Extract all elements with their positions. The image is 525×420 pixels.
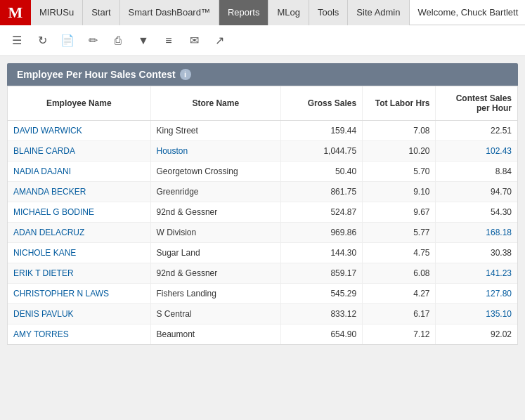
contest-sales-value: 168.18 bbox=[436, 223, 517, 243]
logo: M bbox=[0, 0, 31, 25]
table-row: ERIK T DIETER92nd & Gessner859.176.08141… bbox=[8, 263, 517, 284]
contest-sales-value: 94.70 bbox=[436, 182, 517, 202]
document-button[interactable]: 📄 bbox=[58, 31, 77, 51]
contest-sales-value: 102.43 bbox=[436, 141, 517, 162]
gross-sales-value: 144.30 bbox=[281, 243, 363, 263]
employee-name[interactable]: NICHOLE KANE bbox=[13, 248, 76, 258]
table-row: MICHAEL G BODINE92nd & Gessner524.879.67… bbox=[8, 202, 517, 223]
gross-sales-value: 545.29 bbox=[281, 284, 363, 304]
table-row: DAVID WARWICKKing Street159.447.0822.51 bbox=[8, 121, 517, 141]
nav-item-tools[interactable]: Tools bbox=[309, 0, 348, 25]
nav-item-mlog[interactable]: MLog bbox=[268, 0, 309, 25]
table-row: AMY TORRESBeaumont654.907.1292.02 bbox=[8, 324, 517, 345]
logo-text: M bbox=[8, 4, 23, 22]
nav-item-reports[interactable]: Reports bbox=[219, 0, 269, 25]
nav-item-start[interactable]: Start bbox=[83, 0, 119, 25]
edit-button[interactable]: ✏ bbox=[83, 31, 103, 51]
nav-item-smart-dashboard-[interactable]: Smart DashBoard™ bbox=[120, 0, 219, 25]
store-name: W Division bbox=[157, 228, 197, 237]
report-table: Employee Name Store Name Gross Sales Tot… bbox=[8, 86, 517, 344]
refresh-button[interactable]: ↻ bbox=[32, 31, 52, 51]
gross-sales-value: 969.86 bbox=[281, 223, 363, 243]
employee-name[interactable]: DAVID WARWICK bbox=[13, 126, 82, 136]
store-name: S Central bbox=[157, 309, 192, 319]
employee-name[interactable]: BLAINE CARDA bbox=[13, 146, 75, 156]
gross-sales-value: 861.75 bbox=[281, 182, 363, 202]
contest-sales-value: 141.23 bbox=[436, 263, 517, 284]
table-row: BLAINE CARDAHouston1,044.7510.20102.43 bbox=[8, 141, 517, 162]
contest-sales-value: 135.10 bbox=[436, 304, 517, 324]
nav-menu: MIRUSuStartSmart DashBoard™ReportsMLogTo… bbox=[31, 0, 410, 25]
labor-hours-value: 10.20 bbox=[363, 141, 436, 162]
store-name: Beaumont bbox=[157, 329, 195, 339]
table-header-row: Employee Name Store Name Gross Sales Tot… bbox=[8, 86, 517, 121]
gross-sales-value: 859.17 bbox=[281, 263, 363, 284]
print-button[interactable]: ⎙ bbox=[108, 31, 128, 51]
store-name: 92nd & Gessner bbox=[157, 207, 218, 217]
report-header: Employee Per Hour Sales Contest i bbox=[7, 63, 518, 86]
labor-hours-value: 9.67 bbox=[363, 202, 436, 223]
nav-item-site-admin[interactable]: Site Admin bbox=[348, 0, 409, 25]
employee-name[interactable]: AMY TORRES bbox=[13, 329, 69, 339]
col-header-gross: Gross Sales bbox=[281, 86, 363, 121]
store-name: Fishers Landing bbox=[157, 289, 216, 298]
top-navigation: M MIRUSuStartSmart DashBoard™ReportsMLog… bbox=[0, 0, 525, 25]
contest-sales-value: 54.30 bbox=[436, 202, 517, 223]
employee-name[interactable]: ADAN DELACRUZ bbox=[13, 228, 84, 237]
labor-hours-value: 6.08 bbox=[363, 263, 436, 284]
labor-hours-value: 9.10 bbox=[363, 182, 436, 202]
email-button[interactable]: ✉ bbox=[184, 31, 204, 51]
labor-hours-value: 5.77 bbox=[363, 223, 436, 243]
info-icon[interactable]: i bbox=[180, 69, 191, 80]
list-button[interactable]: ≡ bbox=[159, 31, 179, 51]
employee-name[interactable]: DENIS PAVLUK bbox=[13, 309, 74, 319]
contest-sales-value: 8.84 bbox=[436, 162, 517, 182]
filter-button[interactable]: ▼ bbox=[134, 31, 153, 51]
table-row: CHRISTOPHER N LAWSFishers Landing545.294… bbox=[8, 284, 517, 304]
employee-name[interactable]: AMANDA BECKER bbox=[13, 187, 86, 197]
gross-sales-value: 833.12 bbox=[281, 304, 363, 324]
gross-sales-value: 1,044.75 bbox=[281, 141, 363, 162]
labor-hours-value: 5.70 bbox=[363, 162, 436, 182]
report-table-body: DAVID WARWICKKing Street159.447.0822.51B… bbox=[8, 121, 517, 345]
table-row: AMANDA BECKERGreenridge861.759.1094.70 bbox=[8, 182, 517, 202]
store-name: Sugar Land bbox=[157, 248, 200, 258]
report-table-wrapper: Employee Name Store Name Gross Sales Tot… bbox=[7, 86, 518, 345]
nav-item-mirusu[interactable]: MIRUSu bbox=[31, 0, 83, 25]
gross-sales-value: 524.87 bbox=[281, 202, 363, 223]
contest-sales-value: 127.80 bbox=[436, 284, 517, 304]
employee-name[interactable]: MICHAEL G BODINE bbox=[13, 207, 94, 217]
gross-sales-value: 50.40 bbox=[281, 162, 363, 182]
store-name: King Street bbox=[157, 126, 198, 136]
labor-hours-value: 4.27 bbox=[363, 284, 436, 304]
table-row: NICHOLE KANESugar Land144.304.7530.38 bbox=[8, 243, 517, 263]
table-row: DENIS PAVLUKS Central833.126.17135.10 bbox=[8, 304, 517, 324]
gross-sales-value: 159.44 bbox=[281, 121, 363, 141]
col-header-contest: Contest Salesper Hour bbox=[436, 86, 517, 121]
store-name: 92nd & Gessner bbox=[157, 268, 218, 278]
employee-name[interactable]: ERIK T DIETER bbox=[13, 268, 74, 278]
contest-sales-value: 22.51 bbox=[436, 121, 517, 141]
labor-hours-value: 6.17 bbox=[363, 304, 436, 324]
employee-name[interactable]: CHRISTOPHER N LAWS bbox=[13, 289, 109, 298]
col-header-store: Store Name bbox=[150, 86, 281, 121]
table-row: NADIA DAJANIGeorgetown Crossing50.405.70… bbox=[8, 162, 517, 182]
gross-sales-value: 654.90 bbox=[281, 324, 363, 345]
labor-hours-value: 4.75 bbox=[363, 243, 436, 263]
labor-hours-value: 7.08 bbox=[363, 121, 436, 141]
store-name[interactable]: Houston bbox=[157, 146, 188, 156]
export-button[interactable]: ↗ bbox=[209, 31, 229, 51]
contest-sales-value: 92.02 bbox=[436, 324, 517, 345]
welcome-text: Welcome, Chuck Bartlett bbox=[418, 7, 519, 18]
col-header-employee: Employee Name bbox=[8, 86, 150, 121]
store-name: Georgetown Crossing bbox=[157, 166, 238, 176]
menu-button[interactable]: ☰ bbox=[7, 31, 27, 51]
report-title: Employee Per Hour Sales Contest bbox=[17, 69, 176, 80]
col-header-labor: Tot Labor Hrs bbox=[363, 86, 436, 121]
main-content: Employee Per Hour Sales Contest i Employ… bbox=[0, 56, 525, 352]
contest-sales-value: 30.38 bbox=[436, 243, 517, 263]
toolbar: ☰ ↻ 📄 ✏ ⎙ ▼ ≡ ✉ ↗ bbox=[0, 25, 525, 56]
employee-name[interactable]: NADIA DAJANI bbox=[13, 166, 71, 176]
labor-hours-value: 7.12 bbox=[363, 324, 436, 345]
table-row: ADAN DELACRUZW Division969.865.77168.18 bbox=[8, 223, 517, 243]
